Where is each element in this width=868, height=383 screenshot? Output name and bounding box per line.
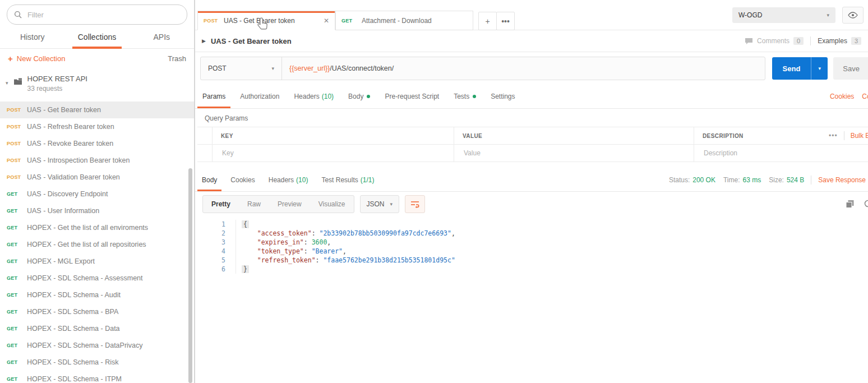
size-value: 524 B: [787, 176, 804, 184]
method-badge: POST: [7, 174, 22, 180]
request-name: HOPEX - SDL Schema - ITPM: [27, 375, 122, 383]
new-collection-button[interactable]: + New Collection: [8, 54, 65, 63]
code-content: "refresh_token": "faae5762be291b38d215b5…: [236, 256, 455, 265]
view-mode-button[interactable]: Preview: [269, 200, 310, 208]
method-selector[interactable]: POST ▾: [201, 57, 282, 80]
tab-options-button[interactable]: •••: [496, 12, 515, 30]
list-item[interactable]: POST UAS - Validation Bearer token: [0, 169, 194, 186]
request-tab[interactable]: Params: [195, 85, 233, 108]
new-tab-button[interactable]: +: [478, 12, 497, 30]
value-input[interactable]: [463, 149, 685, 158]
list-item[interactable]: GET HOPEX - SDL Schema - Data: [0, 320, 194, 337]
time-value: 63 ms: [743, 176, 761, 184]
list-item[interactable]: POST UAS - Introspection Bearer token: [0, 152, 194, 169]
list-item[interactable]: GET HOPEX - MGL Export: [0, 253, 194, 270]
view-mode-button[interactable]: Pretty: [203, 200, 239, 208]
examples-count-badge: 3: [851, 37, 861, 45]
comments-button[interactable]: Comments 0: [745, 37, 804, 45]
request-tab[interactable]: Authorization: [233, 85, 287, 108]
list-item[interactable]: GET HOPEX - SDL Schema - Risk: [0, 354, 194, 371]
send-button[interactable]: Send ▾: [772, 57, 828, 80]
key-input[interactable]: [221, 149, 445, 158]
request-tab[interactable]: Body: [341, 85, 377, 108]
filter-input[interactable]: [26, 10, 180, 20]
eye-icon: [848, 12, 858, 19]
list-item[interactable]: GET HOPEX - Get the list of all reposito…: [0, 236, 194, 253]
wrap-lines-button[interactable]: [405, 195, 425, 213]
list-item[interactable]: GET HOPEX - SDL Schema - DataPrivacy: [0, 337, 194, 354]
sidebar-tab[interactable]: Collections: [64, 26, 129, 48]
url-box: POST ▾ {{server_url}}/UAS/connect/token/: [200, 57, 765, 80]
response-tab[interactable]: Cookies: [224, 169, 261, 191]
collection-info: HOPEX REST API 33 requests: [27, 75, 87, 93]
sidebar-tab[interactable]: APIs: [130, 26, 194, 48]
topbar: POST UAS - Get Bearer token ✕ GET Attach…: [195, 0, 868, 30]
description-input[interactable]: [703, 149, 860, 158]
sidebar-scrollbar[interactable]: [188, 168, 192, 383]
list-item[interactable]: GET HOPEX - SDL Schema - Assessment: [0, 270, 194, 287]
list-item[interactable]: GET HOPEX - SDL Schema - ITPM: [0, 371, 194, 383]
environment-quicklook-button[interactable]: [842, 7, 864, 24]
method-badge: GET: [341, 18, 357, 24]
code-link[interactable]: Code: [862, 93, 868, 100]
request-tab[interactable]: Settings: [483, 85, 522, 108]
close-icon[interactable]: ✕: [324, 17, 329, 25]
request-tab-count: (10): [322, 93, 334, 100]
format-value: JSON: [367, 200, 385, 208]
more-options-icon[interactable]: •••: [829, 132, 838, 140]
save-response-button[interactable]: Save Response: [818, 176, 866, 184]
request-title[interactable]: ▶ UAS - Get Bearer token: [202, 37, 292, 45]
view-mode-button[interactable]: Visualize: [310, 200, 354, 208]
examples-button[interactable]: Examples 3: [818, 37, 861, 45]
list-item[interactable]: POST UAS - Revoke Bearer token: [0, 135, 194, 152]
search-response-icon[interactable]: [864, 199, 868, 209]
copy-icon[interactable]: [846, 200, 855, 209]
open-request-tab[interactable]: POST UAS - Get Bearer token ✕: [197, 11, 335, 30]
response-tab[interactable]: Headers (10): [262, 169, 315, 191]
request-title-row: ▶ UAS - Get Bearer token Comments 0 Exam…: [195, 30, 868, 52]
list-item[interactable]: POST UAS - Refresh Bearer token: [0, 118, 194, 135]
status-badge: 200 OK: [692, 176, 715, 184]
response-body-viewer[interactable]: 1 { 2 "access_token": "2b33902b78bb50309…: [195, 216, 868, 274]
code-line: 5 "refresh_token": "faae5762be291b38d215…: [202, 256, 868, 265]
request-tab[interactable]: Tests: [446, 85, 483, 108]
save-button[interactable]: Save ▾: [833, 57, 868, 80]
request-name: HOPEX - SDL Schema - Audit: [27, 291, 121, 299]
divider: [844, 131, 844, 140]
response-tab[interactable]: Body: [195, 169, 224, 191]
sidebar-tab[interactable]: History: [0, 26, 64, 48]
filter-box[interactable]: [7, 4, 187, 25]
comments-count-badge: 0: [793, 37, 804, 45]
list-item[interactable]: GET HOPEX - SDL Schema - Audit: [0, 287, 194, 303]
response-tab-count: (10): [296, 176, 308, 184]
send-options-button[interactable]: ▾: [811, 57, 828, 80]
chevron-down-icon[interactable]: ▾: [6, 80, 8, 86]
list-item[interactable]: POST UAS - Get Bearer token: [0, 101, 194, 118]
url-input[interactable]: {{server_url}}/UAS/connect/token/: [282, 64, 401, 72]
sidebar: History Collections APIs + New Collectio…: [0, 0, 195, 383]
open-request-tab[interactable]: GET Attachment - Download ✕: [335, 11, 473, 30]
request-tab[interactable]: Pre-request Script: [377, 85, 446, 108]
response-tab[interactable]: Test Results (1/1): [315, 169, 381, 191]
list-item[interactable]: GET HOPEX - SDL Schema - BPA: [0, 303, 194, 320]
request-tab[interactable]: Headers (10): [287, 85, 341, 108]
cookies-link[interactable]: Cookies: [830, 93, 854, 100]
request-name: HOPEX - SDL Schema - BPA: [27, 308, 118, 316]
list-item[interactable]: GET UAS - Discovery Endpoint: [0, 186, 194, 202]
response-header: Body Cookies Headers (10) Test Results (…: [195, 169, 868, 192]
method-badge: POST: [7, 158, 22, 163]
method-badge: GET: [7, 309, 22, 315]
checkbox-cell[interactable]: [197, 145, 212, 161]
modified-dot: [473, 95, 476, 98]
list-item[interactable]: GET UAS - User Information: [0, 202, 194, 219]
trash-button[interactable]: Trash: [168, 54, 186, 63]
environment-selector[interactable]: W-OGD ▾: [732, 7, 835, 23]
request-name: HOPEX - Get the list of all repositories: [27, 241, 146, 248]
collection-header[interactable]: ▾ HOPEX REST API 33 requests: [0, 68, 194, 98]
request-name: HOPEX - Get the list of all enviroments: [27, 224, 148, 232]
format-selector[interactable]: JSON ▾: [360, 195, 400, 213]
list-item[interactable]: GET HOPEX - Get the list of all envirome…: [0, 219, 194, 236]
bulk-edit-link[interactable]: Bulk Edit: [851, 132, 868, 140]
method-badge: GET: [7, 343, 22, 348]
view-mode-button[interactable]: Raw: [239, 200, 269, 208]
